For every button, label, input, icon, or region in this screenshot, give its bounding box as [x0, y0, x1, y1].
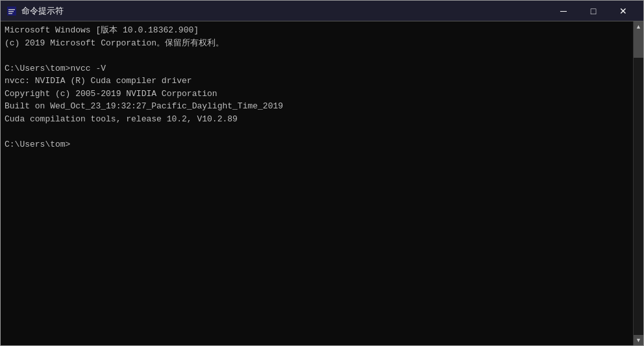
scrollbar-thumb[interactable]	[634, 32, 643, 58]
scrollbar[interactable]: ▲ ▼	[633, 21, 643, 345]
terminal-content[interactable]: Microsoft Windows [版本 10.0.18362.900] (c…	[1, 21, 633, 345]
titlebar: 命令提示符 ─ □ ✕	[1, 1, 643, 21]
svg-rect-3	[8, 13, 12, 14]
window-title: 命令提示符	[21, 5, 549, 17]
svg-rect-1	[8, 9, 15, 10]
scrollbar-track[interactable]	[634, 32, 643, 335]
terminal-body: Microsoft Windows [版本 10.0.18362.900] (c…	[1, 21, 643, 345]
minimize-button[interactable]: ─	[549, 1, 578, 21]
scroll-down-button[interactable]: ▼	[634, 335, 644, 345]
terminal-output: Microsoft Windows [版本 10.0.18362.900] (c…	[5, 24, 629, 151]
svg-rect-2	[8, 11, 14, 12]
maximize-button[interactable]: □	[578, 1, 608, 21]
scroll-up-button[interactable]: ▲	[634, 21, 644, 32]
close-button[interactable]: ✕	[608, 1, 638, 21]
cmd-window: 命令提示符 ─ □ ✕ Microsoft Windows [版本 10.0.1…	[0, 0, 644, 346]
window-icon	[6, 5, 18, 17]
window-controls: ─ □ ✕	[549, 1, 638, 21]
